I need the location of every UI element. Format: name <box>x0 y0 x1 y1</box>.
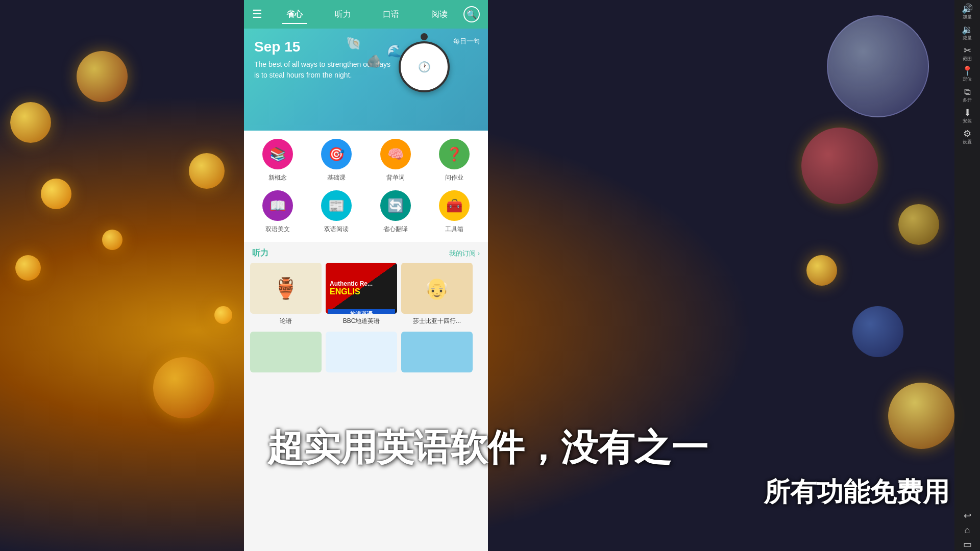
icon-circle-gongjuxiang: 🧰 <box>439 190 470 221</box>
orb-decoration <box>898 204 939 245</box>
listening-section-header: 听力 我的订阅 › <box>244 242 488 263</box>
scissors-icon: ✂ <box>964 46 971 55</box>
icon-item-jichuke[interactable]: 🎯 基础课 <box>311 139 362 182</box>
recent-icon: ▭ <box>963 540 972 549</box>
icon-label-shengxinfanyi: 省心翻译 <box>383 225 408 234</box>
icon-item-shuangyuyuedu[interactable]: 📰 双语阅读 <box>311 190 362 234</box>
card-title-shakespeare: 莎士比亚十四行... <box>401 317 473 325</box>
back-icon: ↩ <box>964 511 971 520</box>
icon-item-xingainian[interactable]: 📚 新概念 <box>252 139 303 182</box>
orb-decoration <box>214 306 232 324</box>
icon-circle-shuangyuyuedu: 📰 <box>321 190 352 221</box>
sidebar-item-multi[interactable]: ⧉ 多开 <box>956 85 978 105</box>
search-icon: 🔍 <box>467 10 477 19</box>
search-button[interactable]: 🔍 <box>463 6 480 22</box>
sidebar-label: 多开 <box>963 97 972 103</box>
orb-decoration <box>801 128 878 204</box>
listening-title: 听力 <box>252 248 268 259</box>
reading-icon: 📰 <box>328 198 345 214</box>
card-image-shakespeare: 👴 <box>401 263 473 314</box>
orb-decoration <box>189 153 225 189</box>
icon-item-shuangyumeiwen[interactable]: 📖 双语美文 <box>252 190 303 234</box>
shell-decoration-2: 🌊 <box>387 44 402 58</box>
audio-card-shakespeare[interactable]: 👴 莎士比亚十四行... <box>401 263 473 325</box>
icon-circle-beidanci: 🧠 <box>380 139 411 169</box>
sidebar-back-button[interactable]: ↩ <box>956 509 978 522</box>
sidebar-item-settings[interactable]: ⚙ 设置 <box>956 127 978 147</box>
tab-yuedu[interactable]: 阅读 <box>427 7 452 22</box>
orb-decoration <box>77 51 128 102</box>
nav-tabs: 省心 听力 口语 阅读 <box>271 7 463 22</box>
card-placeholder-2[interactable] <box>326 332 397 372</box>
icon-item-beidanci[interactable]: 🧠 背单词 <box>370 139 421 182</box>
icons-grid: 📚 新概念 🎯 基础课 🧠 背单词 ❓ 问作业 📖 <box>244 131 488 242</box>
audio-card-lunyu[interactable]: 🏺 论语 <box>250 263 322 325</box>
sidebar-item-scissors[interactable]: ✂ 截图 <box>956 44 978 64</box>
icon-label-wenzuoye: 问作业 <box>445 173 463 182</box>
install-icon: ⬇ <box>964 108 971 117</box>
audio-cards-row: 🏺 论语 Authentic Re... ENGLIS 地道英语 BBC地道英语… <box>244 263 488 332</box>
icon-label-xingainian: 新概念 <box>268 173 287 182</box>
clock-face: 🕐 <box>399 41 450 92</box>
card-placeholder-1[interactable] <box>250 332 322 372</box>
orb-decoration <box>827 15 929 117</box>
target-icon: 🎯 <box>328 146 345 162</box>
clock-hands: 🕐 <box>418 61 431 73</box>
cards-row-2 <box>244 332 488 372</box>
translate-icon: 🔄 <box>387 198 404 214</box>
icon-label-jichuke: 基础课 <box>327 173 346 182</box>
sidebar-item-install[interactable]: ⬇ 安装 <box>956 106 978 126</box>
icon-circle-shuangyumeiwen: 📖 <box>262 190 293 221</box>
menu-button[interactable]: ☰ <box>252 8 262 21</box>
icon-label-shuangyuyuedu: 双语阅读 <box>324 225 349 234</box>
tab-shengxin[interactable]: 省心 <box>282 7 307 22</box>
card-title-lunyu: 论语 <box>250 317 322 325</box>
icon-label-shuangyumeiwen: 双语美文 <box>265 225 290 234</box>
sidebar-item-volume-up[interactable]: 🔊 加量 <box>956 2 978 22</box>
settings-icon: ⚙ <box>963 129 971 138</box>
sidebar-label: 减量 <box>963 35 972 41</box>
sidebar-label: 加量 <box>963 14 972 20</box>
orb-decoration <box>852 306 903 357</box>
book-icon: 📚 <box>270 146 286 162</box>
orb-decoration <box>153 357 214 418</box>
sidebar-home-button[interactable]: ⌂ <box>956 523 978 537</box>
audio-card-bbc[interactable]: Authentic Re... ENGLIS 地道英语 BBC地道英语 <box>326 263 397 325</box>
orb-decoration <box>102 230 122 250</box>
volume-down-icon: 🔉 <box>962 25 973 34</box>
sidebar-label: 设置 <box>963 139 972 145</box>
icon-circle-shengxinfanyi: 🔄 <box>380 190 411 221</box>
icon-item-shengxinfanyi[interactable]: 🔄 省心翻译 <box>370 190 421 234</box>
icon-circle-jichuke: 🎯 <box>321 139 352 169</box>
sidebar-item-volume-down[interactable]: 🔉 减量 <box>956 23 978 43</box>
banner-section: Sep 15 The best of all ways to strengthe… <box>244 29 488 131</box>
icon-label-beidanci: 背单词 <box>386 173 405 182</box>
multi-icon: ⧉ <box>964 87 971 96</box>
location-icon: 📍 <box>962 66 973 76</box>
subscription-link[interactable]: 我的订阅 › <box>449 249 480 258</box>
orb-decoration <box>806 255 837 286</box>
sidebar-label: 截图 <box>963 56 972 62</box>
sidebar-recent-button[interactable]: ▭ <box>956 538 978 551</box>
card-image-bbc: Authentic Re... ENGLIS 地道英语 <box>326 263 397 314</box>
card-placeholder-3[interactable] <box>401 332 473 372</box>
sidebar-label: 安装 <box>963 118 972 124</box>
orb-decoration <box>888 383 954 449</box>
card-image-lunyu: 🏺 <box>250 263 322 314</box>
article-icon: 📖 <box>270 198 286 214</box>
sidebar-label: 定位 <box>963 77 972 82</box>
clock-bell <box>421 33 428 40</box>
tab-tingli[interactable]: 听力 <box>331 7 355 22</box>
sidebar-item-location[interactable]: 📍 定位 <box>956 64 978 84</box>
brain-icon: 🧠 <box>387 146 404 162</box>
toolbox-icon: 🧰 <box>446 198 462 214</box>
icon-item-wenzuoye[interactable]: ❓ 问作业 <box>429 139 480 182</box>
question-icon: ❓ <box>446 146 462 162</box>
app-container: ☰ 省心 听力 口语 阅读 🔍 Sep 15 The best of all w… <box>244 0 488 551</box>
tab-kouyu[interactable]: 口语 <box>379 7 403 22</box>
right-sidebar: 🔊 加量 🔉 减量 ✂ 截图 📍 定位 ⧉ 多开 ⬇ 安装 ⚙ 设置 ↩ ⌂ ▭ <box>954 0 980 551</box>
volume-up-icon: 🔊 <box>962 4 973 13</box>
orb-decoration <box>41 179 71 209</box>
icon-circle-wenzuoye: ❓ <box>439 139 470 169</box>
icon-item-gongjuxiang[interactable]: 🧰 工具箱 <box>429 190 480 234</box>
